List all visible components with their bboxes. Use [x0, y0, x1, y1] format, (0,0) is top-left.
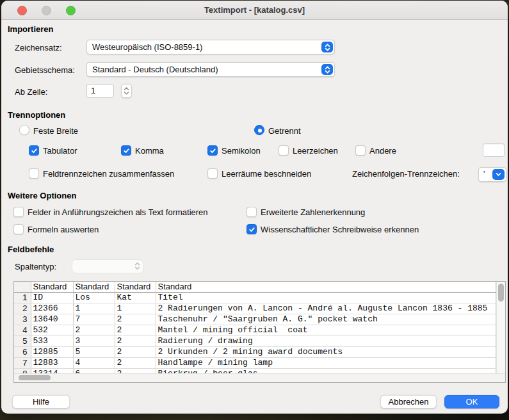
checkbox-evaluate-formulas[interactable] — [13, 224, 24, 234]
preview-cell[interactable]: 4 — [73, 357, 115, 368]
preview-cell[interactable]: 2 — [115, 314, 156, 325]
preview-col-header[interactable]: Standard — [73, 282, 115, 292]
section-import-heading: Importieren — [8, 24, 54, 34]
from-row-value: 1 — [91, 86, 95, 95]
checkbox-semicolon[interactable] — [207, 145, 218, 156]
preview-cell[interactable]: Mantel / mining official coat — [156, 325, 496, 335]
preview-cell[interactable]: 6 — [73, 368, 115, 373]
preview-cell[interactable]: 2 — [73, 325, 115, 335]
preview-cell[interactable]: 12366 — [31, 303, 73, 314]
preview-table-head: StandardStandardStandardStandard — [14, 282, 496, 292]
row-number: 2 — [14, 303, 31, 314]
ok-button[interactable]: OK — [444, 395, 499, 408]
horizontal-scrollbar[interactable] — [14, 373, 505, 382]
checkbox-comma[interactable] — [121, 145, 131, 156]
help-button[interactable]: Hilfe — [12, 395, 70, 408]
row-number: 4 — [14, 325, 31, 335]
corner-cell — [14, 282, 31, 292]
preview-col-header[interactable]: Standard — [156, 282, 496, 292]
checkbox-quoted-as-text[interactable] — [13, 207, 24, 217]
checkbox-other[interactable] — [355, 145, 366, 156]
preview-row[interactable]: 71288342Handlampe / mining lamp — [14, 357, 496, 368]
preview-cell[interactable]: 3 — [73, 335, 115, 346]
column-type-select — [72, 259, 143, 273]
preview-cell[interactable]: 2 — [115, 346, 156, 357]
horizontal-scrollbar-thumb[interactable] — [19, 375, 51, 380]
column-type-label: Spaltentyp: — [15, 262, 56, 271]
row-number: 8 — [14, 368, 31, 373]
checkbox-merge-delimiters-label: Feldtrennzeichen zusammenfassen — [43, 169, 174, 179]
preview-cell[interactable]: 1 — [73, 303, 115, 314]
preview-cell[interactable]: 2 Radierungen von A. Lancon - André al. … — [156, 303, 496, 314]
checkbox-tab[interactable] — [29, 145, 39, 156]
preview-cell[interactable]: Radierung / drawing — [156, 335, 496, 346]
vertical-scrollbar-thumb[interactable] — [498, 284, 504, 302]
preview-cell[interactable]: 5 — [73, 346, 115, 357]
preview-row[interactable]: 31364072Taschenuhr / "Saargruben A. G." … — [14, 314, 496, 325]
preview-cell[interactable]: 7 — [73, 314, 115, 325]
checkbox-special-numbers[interactable] — [246, 207, 257, 217]
checkbox-other-label: Andere — [369, 146, 396, 156]
preview-cell[interactable]: 2 — [115, 325, 156, 335]
radio-fixed-width-label: Feste Breite — [33, 126, 78, 136]
section-fields-heading: Feldbefehle — [8, 245, 54, 254]
charset-value: Westeuropäisch (ISO-8859-1) — [92, 42, 319, 52]
check-icon — [248, 226, 255, 233]
from-row-stepper[interactable] — [121, 84, 132, 98]
preview-row[interactable]: 612885522 Urkunden / 2 mining award docu… — [14, 346, 496, 357]
preview-cell[interactable]: Bierkrug / beer glas — [156, 368, 496, 373]
preview-cell[interactable]: Taschenuhr / "Saargruben A. G." pocket w… — [156, 314, 496, 325]
checkbox-merge-delimiters[interactable] — [29, 168, 39, 179]
preview-cell[interactable]: Kat — [115, 292, 156, 303]
ok-button-label: OK — [466, 397, 478, 407]
chevron-updown-icon — [321, 42, 333, 52]
preview-cell[interactable]: 1 — [115, 303, 156, 314]
checkbox-evaluate-formulas-label: Formeln auswerten — [28, 225, 99, 234]
preview-cell[interactable]: 2 — [115, 357, 156, 368]
preview-col-header[interactable]: Standard — [31, 282, 73, 292]
chevron-down-icon — [492, 169, 505, 180]
preview-cell[interactable]: 533 — [31, 335, 73, 346]
preview-cell[interactable]: 2 — [115, 335, 156, 346]
radio-separated[interactable] — [254, 125, 264, 135]
vertical-scrollbar[interactable] — [496, 282, 505, 373]
preview-cell[interactable]: 12883 — [31, 357, 73, 368]
preview-cell[interactable]: Handlampe / mining lamp — [156, 357, 496, 368]
checkbox-scientific-notation[interactable] — [246, 224, 257, 234]
preview-cell[interactable]: 2 Urkunden / 2 mining award documents — [156, 346, 496, 357]
cancel-button-label: Abbrechen — [389, 397, 429, 407]
chevron-updown-icon — [124, 86, 129, 95]
preview-cell[interactable]: Los — [73, 292, 115, 303]
preview-col-header[interactable]: Standard — [115, 282, 156, 292]
preview-cell[interactable]: 13640 — [31, 314, 73, 325]
radio-fixed-width[interactable] — [19, 125, 29, 135]
preview-cell[interactable]: 532 — [31, 325, 73, 335]
charset-select[interactable]: Westeuropäisch (ISO-8859-1) — [86, 40, 335, 54]
preview-row[interactable]: 81331462Bierkrug / beer glas — [14, 368, 496, 373]
other-separator-input[interactable] — [483, 143, 505, 157]
preview-row[interactable]: 212366112 Radierungen von A. Lancon - An… — [14, 303, 496, 314]
string-delimiter-combo[interactable]: ' — [478, 167, 506, 182]
preview-cell[interactable]: ID — [31, 292, 73, 303]
locale-value: Standard - Deutsch (Deutschland) — [92, 65, 319, 74]
checkbox-scientific-notation-label: Wissenschaftlicher Schreibweise erkennen — [261, 225, 419, 234]
locale-select[interactable]: Standard - Deutsch (Deutschland) — [86, 62, 335, 77]
checkbox-space[interactable] — [279, 145, 289, 156]
preview-cell[interactable]: 13314 — [31, 368, 73, 373]
checkbox-tab-label: Tabulator — [43, 146, 77, 156]
string-delimiter-value: ' — [483, 169, 492, 179]
preview-cell[interactable]: Titel — [156, 292, 496, 303]
checkbox-trim-spaces[interactable] — [207, 168, 218, 179]
checkbox-quoted-as-text-label: Felder in Anführungszeichen als Text for… — [28, 207, 208, 217]
preview-cell[interactable]: 12885 — [31, 346, 73, 357]
checkbox-special-numbers-label: Erweiterte Zahlenerkennung — [261, 207, 365, 217]
preview-row[interactable]: 453222Mantel / mining official coat — [14, 325, 496, 335]
radio-separated-label: Getrennt — [268, 126, 301, 136]
check-icon — [31, 147, 38, 154]
cancel-button[interactable]: Abbrechen — [380, 395, 437, 408]
preview-cell[interactable]: 2 — [115, 368, 156, 373]
preview-row[interactable]: 553332Radierung / drawing — [14, 335, 496, 346]
from-row-input[interactable]: 1 — [86, 84, 114, 98]
preview-row[interactable]: 1IDLosKatTitel — [14, 292, 496, 303]
row-number: 5 — [14, 335, 31, 346]
